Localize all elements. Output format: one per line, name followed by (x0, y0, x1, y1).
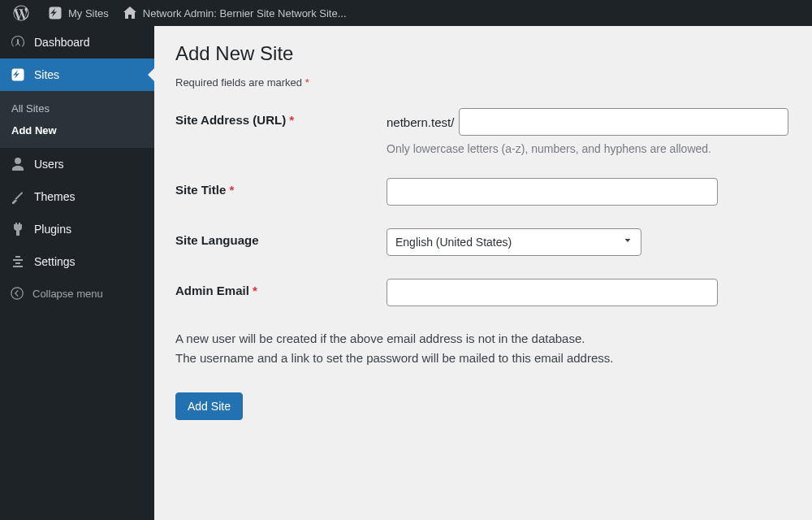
themes-icon (10, 188, 26, 205)
admin-bar: My Sites Network Admin: Bernier Site Net… (0, 0, 812, 26)
row-admin-email: Admin Email * (175, 279, 791, 306)
my-sites-label: My Sites (68, 7, 109, 20)
add-site-button[interactable]: Add Site (175, 392, 243, 420)
wp-logo-button[interactable] (6, 0, 41, 26)
asterisk: * (229, 183, 234, 197)
sidebar-label: Plugins (34, 223, 71, 236)
label-site-language: Site Language (175, 228, 387, 247)
sidebar-label: Settings (34, 255, 76, 268)
site-address-help: Only lowercase letters (a-z), numbers, a… (387, 142, 791, 155)
label-site-title: Site Title * (175, 178, 387, 197)
plugins-icon (10, 221, 26, 237)
site-address-prefix: netbern.test/ (387, 115, 454, 129)
sidebar-item-settings[interactable]: Settings (0, 245, 154, 278)
sidebar-item-sites[interactable]: Sites (0, 58, 154, 91)
site-title-input[interactable] (387, 178, 718, 206)
sidebar-sub-all-sites[interactable]: All Sites (0, 98, 154, 119)
multisite-icon (47, 5, 63, 21)
row-site-title: Site Title * (175, 178, 791, 206)
asterisk: * (253, 284, 257, 297)
site-address-input[interactable] (459, 108, 788, 136)
sidebar-item-themes[interactable]: Themes (0, 180, 154, 213)
dashboard-icon (10, 34, 26, 50)
svg-point-0 (11, 288, 23, 299)
collapse-label: Collapse menu (32, 288, 103, 300)
wordpress-icon (13, 5, 29, 21)
sites-icon (10, 67, 26, 83)
admin-sidebar: Dashboard Sites All Sites Add New Users … (0, 26, 154, 520)
asterisk: * (289, 113, 294, 127)
row-site-address: Site Address (URL) * netbern.test/ Only … (175, 108, 791, 155)
admin-email-note: A new user will be created if the above … (175, 329, 791, 368)
main-content: Add New Site Required fields are marked … (154, 26, 812, 520)
sidebar-item-plugins[interactable]: Plugins (0, 213, 154, 245)
home-icon (122, 5, 138, 21)
site-language-select[interactable]: English (United States) (387, 228, 641, 256)
label-site-address: Site Address (URL) * (175, 108, 387, 127)
settings-icon (10, 254, 26, 270)
sidebar-sub-add-new[interactable]: Add New (0, 119, 154, 141)
sidebar-label: Themes (34, 190, 76, 203)
admin-email-input[interactable] (387, 279, 718, 306)
users-icon (10, 156, 26, 172)
network-admin-label: Network Admin: Bernier Site Network Site… (143, 7, 347, 20)
my-sites-button[interactable]: My Sites (41, 0, 115, 26)
sidebar-submenu-sites: All Sites Add New (0, 91, 154, 148)
page-title: Add New Site (175, 42, 791, 65)
row-site-language: Site Language English (United States) (175, 228, 791, 256)
sidebar-collapse-button[interactable]: Collapse menu (0, 278, 154, 309)
sidebar-label: Users (34, 158, 64, 171)
network-admin-button[interactable]: Network Admin: Bernier Site Network Site… (115, 0, 353, 26)
asterisk: * (305, 76, 309, 89)
sidebar-item-dashboard[interactable]: Dashboard (0, 26, 154, 58)
required-fields-note: Required fields are marked * (175, 76, 791, 89)
sidebar-label: Dashboard (34, 36, 90, 49)
sidebar-label: Sites (34, 68, 59, 81)
collapse-icon (10, 286, 24, 301)
label-admin-email: Admin Email * (175, 279, 387, 297)
sidebar-item-users[interactable]: Users (0, 148, 154, 180)
